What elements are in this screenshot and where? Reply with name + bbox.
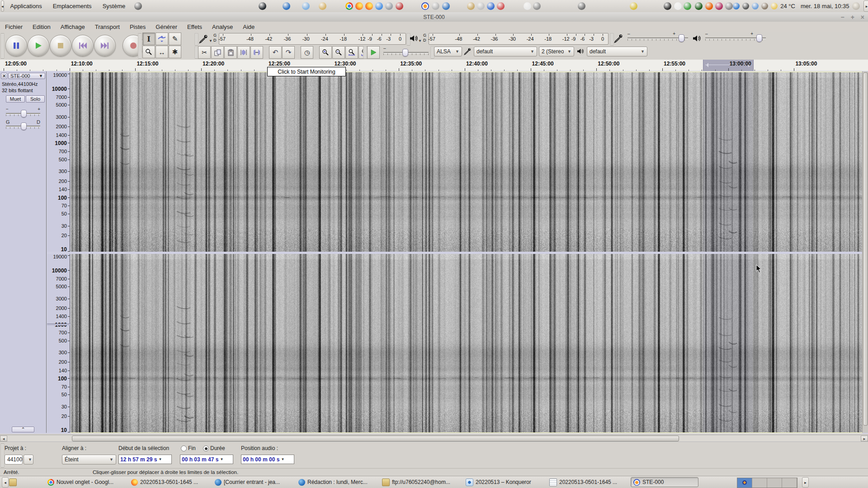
pan-slider[interactable]: GD	[6, 122, 40, 130]
multi-tool[interactable]: ✱	[169, 46, 181, 58]
system-monitor-icon[interactable]	[695, 2, 703, 10]
clapboard-icon[interactable]	[664, 2, 671, 10]
taskbar-item-ste-000[interactable]: STE-000	[631, 477, 698, 487]
close-button[interactable]: ×	[861, 14, 864, 21]
draw-tool[interactable]: ✎	[169, 33, 181, 45]
zoom-selection-button[interactable]	[345, 46, 358, 59]
minimize-button[interactable]: −	[840, 14, 844, 21]
clamp-icon[interactable]	[396, 2, 403, 10]
audio-position-field[interactable]: 00 h 00 m 00 s▼	[241, 455, 294, 464]
envelope-tool[interactable]	[156, 33, 168, 45]
chrome-launcher-icon[interactable]	[345, 2, 353, 10]
taskbar-item-20220513-0501-1645-[interactable]: 20220513-0501-1645 ...	[129, 477, 210, 487]
chromium-icon[interactable]	[375, 2, 383, 10]
solo-button[interactable]: Solo	[26, 95, 45, 103]
workspace-cell-4[interactable]	[782, 478, 797, 488]
host-select[interactable]: ALSA▼	[434, 47, 462, 56]
gimp-icon[interactable]	[761, 3, 768, 9]
speaker-icon[interactable]	[410, 34, 419, 42]
taskbar-item-ftp-u76052240-hom-[interactable]: ftp://u76052240@hom...	[380, 477, 461, 487]
calculator-icon[interactable]	[533, 2, 541, 10]
meter-dropdown-arrow2[interactable]: ▼	[418, 39, 422, 43]
workspace-cell-2[interactable]	[752, 478, 767, 488]
redo-button[interactable]: ↷	[282, 46, 295, 59]
cut-button[interactable]: ✂	[198, 46, 211, 59]
panel-menu-applications[interactable]: Applications	[5, 3, 47, 9]
selection-end-radio-label[interactable]: Fin	[188, 445, 196, 451]
input-device-select[interactable]: default▼	[474, 47, 537, 56]
gnome-foot-icon[interactable]	[134, 2, 142, 10]
record-meter-grip[interactable]	[194, 33, 198, 46]
scroll-right-icon[interactable]: ▸	[861, 436, 868, 441]
track-name-menu[interactable]: STE-000▼	[8, 73, 45, 79]
horizontal-scrollbar[interactable]: ◂ ▸	[0, 435, 868, 442]
menu-transport[interactable]: Transport	[90, 23, 125, 30]
stop-button[interactable]	[50, 35, 71, 56]
switch-icon[interactable]	[674, 2, 682, 10]
trim-button[interactable]	[237, 46, 250, 59]
transcription-toolbar-grip[interactable]	[363, 46, 367, 59]
gray-ball-icon[interactable]	[477, 2, 485, 10]
firefox2-launcher-icon[interactable]	[365, 2, 373, 10]
play-speed-slider[interactable]: –	[383, 48, 429, 56]
vlc-cone-icon[interactable]	[705, 2, 713, 10]
tools-toolbar-grip[interactable]	[138, 33, 142, 59]
vertical-scrollbar[interactable]	[862, 71, 868, 433]
track-close-icon[interactable]: ✕	[1, 73, 7, 79]
scrollbar-thumb[interactable]	[72, 436, 679, 441]
selection-start-field[interactable]: 12 h 57 m 29 s▼	[118, 455, 172, 464]
zoom-tool[interactable]	[142, 46, 155, 58]
volume-icon[interactable]	[742, 3, 749, 9]
window-titlebar[interactable]: STE-000 − + ×	[0, 12, 868, 22]
taskbar-item-20220513-konqueror[interactable]: 20220513 – Konqueror	[463, 477, 545, 487]
panel-collapse-right-button[interactable]: ▸	[863, 0, 868, 12]
menu-analyse[interactable]: Analyse	[207, 23, 238, 30]
taskbar-item-20220513-0501-1645-[interactable]: 20220513-0501-1645 ...	[547, 477, 628, 487]
menu-edition[interactable]: Edition	[28, 23, 56, 30]
spectrogram-channel-1[interactable]	[71, 72, 863, 252]
text-editor-icon[interactable]	[432, 2, 439, 10]
snap-select[interactable]: Éteint▼	[62, 455, 116, 465]
panel-collapse-left-button[interactable]: ◂	[1, 0, 4, 12]
play-button[interactable]	[28, 35, 49, 56]
paste-button[interactable]	[224, 46, 237, 59]
google-earth-icon[interactable]	[385, 2, 393, 10]
skip-start-button[interactable]	[72, 35, 94, 56]
microphone-icon[interactable]	[199, 34, 209, 43]
tablet-tool-icon[interactable]	[752, 3, 759, 9]
film-tools-icon[interactable]	[578, 2, 585, 10]
input-channels-select[interactable]: 2 (Stereo▼	[539, 47, 574, 56]
taskbar-collapse-button[interactable]: ◂	[2, 477, 9, 488]
menu-generer[interactable]: Générer	[151, 23, 182, 30]
panel-menu-systeme[interactable]: Système	[97, 3, 131, 9]
panel-menu-emplacements[interactable]: Emplacements	[47, 3, 97, 9]
selection-duration-radio-label[interactable]: Durée	[210, 445, 225, 451]
taskbar-item--courrier-entrant-jea-[interactable]: [Courrier entrant - jea...	[212, 477, 294, 487]
pause-button[interactable]	[5, 35, 27, 56]
zoom-in-button[interactable]	[319, 46, 332, 59]
input-volume-slider[interactable]: –+	[627, 34, 688, 42]
project-rate-value[interactable]: 44100	[5, 455, 23, 465]
timeshift-tool[interactable]: ↔	[156, 46, 168, 58]
skip-end-button[interactable]	[94, 35, 116, 56]
gain-slider[interactable]: −+	[6, 109, 40, 117]
user-hat-icon[interactable]	[852, 2, 860, 10]
selection-toolbar-grip[interactable]	[0, 443, 5, 468]
menu-pistes[interactable]: Pistes	[125, 23, 151, 30]
firefox-launcher-icon[interactable]	[355, 2, 363, 10]
bluebird-icon[interactable]	[302, 2, 310, 10]
copy-button[interactable]	[211, 46, 224, 59]
tools-icon[interactable]	[725, 2, 733, 10]
thunderbird-launcher-icon[interactable]	[283, 2, 290, 10]
mute-button[interactable]: Muet	[6, 95, 25, 103]
penguin-icon[interactable]	[524, 2, 531, 10]
project-rate-dropdown[interactable]: ▼	[24, 455, 33, 465]
workspace-cell-1[interactable]	[737, 478, 752, 488]
clipboard-icon[interactable]	[467, 2, 475, 10]
selection-duration-field[interactable]: 00 h 03 m 47 s▼	[180, 455, 233, 464]
taskbar-item-redaction-lundi-merc-[interactable]: Rédaction : lundi, Merc...	[296, 477, 377, 487]
selection-duration-radio[interactable]	[203, 446, 209, 451]
show-desktop-icon[interactable]	[9, 479, 17, 488]
workspace-cell-3[interactable]	[767, 478, 782, 488]
selection-tool[interactable]: I	[142, 33, 155, 45]
